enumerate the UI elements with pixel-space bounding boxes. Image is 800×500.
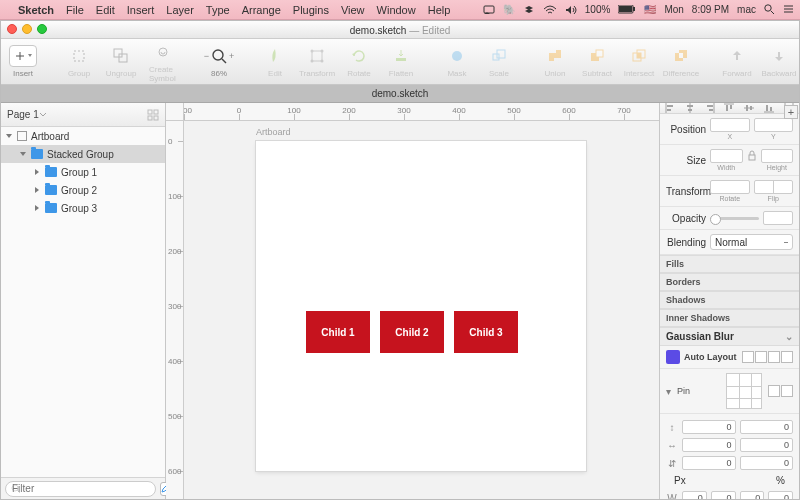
- rotate-tool[interactable]: Rotate: [345, 45, 373, 78]
- spotlight-icon[interactable]: [764, 4, 775, 15]
- menu-window[interactable]: Window: [377, 4, 416, 16]
- blend-mode-select[interactable]: Normal: [710, 234, 793, 250]
- page-grid-icon[interactable]: [147, 109, 159, 121]
- layer-stacked-group[interactable]: Stacked Group: [1, 145, 165, 163]
- align-right-icon[interactable]: [705, 103, 715, 113]
- traffic-lights: [7, 24, 47, 34]
- menu-help[interactable]: Help: [428, 4, 451, 16]
- layer-group-1[interactable]: Group 1: [1, 163, 165, 181]
- w-2[interactable]: 0: [711, 491, 736, 499]
- section-shadows[interactable]: Shadows: [660, 291, 799, 309]
- notification-icon[interactable]: [783, 4, 794, 15]
- insert-tool[interactable]: Insert: [9, 45, 37, 78]
- spacing-top-2[interactable]: 0: [740, 420, 794, 434]
- wifi-icon[interactable]: [543, 5, 557, 15]
- layer-group-2[interactable]: Group 2: [1, 181, 165, 199]
- artboard-label[interactable]: Artboard: [256, 127, 291, 137]
- child-1[interactable]: Child 1: [306, 311, 370, 353]
- close-button[interactable]: [7, 24, 17, 34]
- union-icon: [547, 48, 563, 64]
- opacity-slider[interactable]: [710, 217, 759, 220]
- align-left-icon[interactable]: [665, 103, 675, 113]
- titlebar[interactable]: demo.sketch — Edited: [1, 21, 799, 39]
- page-selector[interactable]: Page 1: [1, 103, 165, 127]
- section-inner-shadows[interactable]: Inner Shadows: [660, 309, 799, 327]
- transform-tool[interactable]: Transform: [303, 45, 331, 78]
- spacing-left[interactable]: 0: [682, 438, 736, 452]
- menu-view[interactable]: View: [341, 4, 365, 16]
- add-tab-button[interactable]: +: [784, 105, 798, 119]
- pin-grid[interactable]: [726, 373, 762, 409]
- minimize-button[interactable]: [22, 24, 32, 34]
- subtract-tool[interactable]: Subtract: [583, 45, 611, 78]
- ungroup-tool[interactable]: Ungroup: [107, 45, 135, 78]
- flatten-tool[interactable]: Flatten: [387, 45, 415, 78]
- ruler-origin[interactable]: [166, 103, 184, 121]
- flag-icon[interactable]: 🇺🇸: [644, 4, 656, 15]
- menu-file[interactable]: File: [66, 4, 84, 16]
- ruler-vertical[interactable]: 0100200300400500600: [166, 121, 184, 499]
- svg-rect-58: [746, 105, 748, 111]
- section-blur[interactable]: Gaussian Blur⌄: [660, 327, 799, 346]
- zoom-tool[interactable]: −+86%: [205, 45, 233, 78]
- create-symbol-tool[interactable]: Create Symbol: [149, 41, 177, 83]
- artboard[interactable]: Child 1 Child 2 Child 3: [256, 141, 586, 471]
- menu-edit[interactable]: Edit: [96, 4, 115, 16]
- menu-layer[interactable]: Layer: [166, 4, 194, 16]
- align-bottom-icon[interactable]: [764, 103, 774, 113]
- auto-layout-modes[interactable]: [742, 351, 793, 363]
- spacing-right[interactable]: 0: [740, 438, 794, 452]
- layer-artboard[interactable]: Artboard: [1, 127, 165, 145]
- svg-point-18: [311, 50, 314, 53]
- x-input[interactable]: [710, 118, 750, 132]
- backward-tool[interactable]: Backward: [765, 45, 793, 78]
- section-borders[interactable]: Borders: [660, 273, 799, 291]
- spacing-btm[interactable]: 0: [682, 456, 736, 470]
- mask-tool[interactable]: Mask: [443, 45, 471, 78]
- menu-insert[interactable]: Insert: [127, 4, 155, 16]
- w-4[interactable]: 0: [768, 491, 793, 499]
- difference-tool[interactable]: Difference: [667, 45, 695, 78]
- scale-tool[interactable]: Scale: [485, 45, 513, 78]
- forward-tool[interactable]: Forward: [723, 45, 751, 78]
- child-2[interactable]: Child 2: [380, 311, 444, 353]
- dropbox-icon[interactable]: [523, 5, 535, 15]
- width-input[interactable]: [710, 149, 743, 163]
- pin-section: ▾Pin: [660, 369, 799, 414]
- section-fills[interactable]: Fills: [660, 255, 799, 273]
- spacing-top[interactable]: 0: [682, 420, 736, 434]
- volume-icon[interactable]: [565, 5, 577, 15]
- height-input[interactable]: [761, 149, 794, 163]
- document-tab[interactable]: demo.sketch: [1, 85, 799, 103]
- ruler-horizontal[interactable]: -1000100200300400500600700: [166, 103, 659, 121]
- y-input[interactable]: [754, 118, 794, 132]
- w-1[interactable]: 0: [682, 491, 707, 499]
- canvas[interactable]: Artboard Child 1 Child 2 Child 3: [184, 121, 659, 499]
- stacked-group[interactable]: Child 1 Child 2 Child 3: [306, 311, 518, 353]
- align-vcenter-icon[interactable]: [744, 103, 754, 113]
- zoom-button[interactable]: [37, 24, 47, 34]
- clock-time[interactable]: 8:09 PM: [692, 4, 729, 15]
- flip-buttons[interactable]: [754, 180, 794, 194]
- app-menu[interactable]: Sketch: [18, 4, 54, 16]
- group-tool[interactable]: Group: [65, 45, 93, 78]
- menu-plugins[interactable]: Plugins: [293, 4, 329, 16]
- filter-input[interactable]: [5, 481, 156, 497]
- union-tool[interactable]: Union: [541, 45, 569, 78]
- align-hcenter-icon[interactable]: [685, 103, 695, 113]
- layer-group-3[interactable]: Group 3: [1, 199, 165, 217]
- align-top-icon[interactable]: [724, 103, 734, 113]
- menu-arrange[interactable]: Arrange: [242, 4, 281, 16]
- lock-icon[interactable]: [747, 149, 757, 163]
- w-3[interactable]: 0: [740, 491, 765, 499]
- svg-rect-2: [619, 6, 632, 12]
- menu-type[interactable]: Type: [206, 4, 230, 16]
- rotate-input[interactable]: [710, 180, 750, 194]
- opacity-input[interactable]: [763, 211, 793, 225]
- screencast-icon[interactable]: [483, 5, 495, 15]
- intersect-tool[interactable]: Intersect: [625, 45, 653, 78]
- spacing-btm-2[interactable]: 0: [740, 456, 794, 470]
- child-3[interactable]: Child 3: [454, 311, 518, 353]
- edit-tool[interactable]: Edit: [261, 45, 289, 78]
- pin-extras[interactable]: [768, 385, 793, 397]
